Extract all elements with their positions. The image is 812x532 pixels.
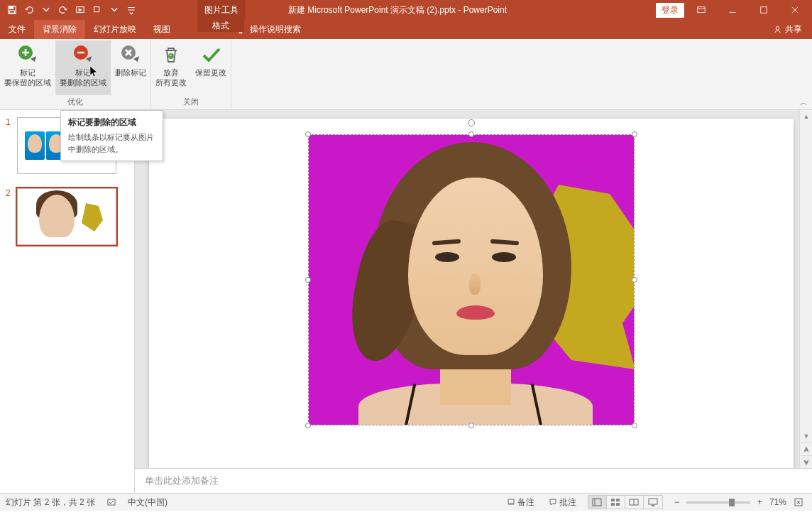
svg-rect-18	[616, 503, 620, 506]
ribbon-display-icon[interactable]	[687, 0, 715, 20]
view-buttons	[588, 495, 663, 509]
status-bar: 幻灯片 第 2 张，共 2 张 中文(中国) 备注 批注 − + 71%	[0, 493, 812, 511]
rotate-handle[interactable]	[468, 119, 475, 126]
resize-handle[interactable]	[632, 277, 637, 283]
minimize-icon[interactable]	[718, 0, 747, 20]
svg-rect-17	[611, 503, 615, 506]
start-from-beginning-icon[interactable]	[72, 2, 88, 18]
slide[interactable]	[149, 119, 794, 468]
trash-icon	[160, 43, 182, 66]
tab-file[interactable]: 文件	[0, 20, 34, 39]
save-icon[interactable]	[4, 2, 20, 18]
qat-dropdown-icon[interactable]	[106, 2, 122, 18]
tooltip-body: 绘制线条以标记要从图片中删除的区域。	[68, 131, 155, 155]
notes-toggle[interactable]: 备注	[504, 496, 537, 509]
sorter-view-icon[interactable]	[607, 496, 625, 509]
undo-dropdown-icon[interactable]	[38, 2, 54, 18]
slide-thumbnails: 1 2	[0, 110, 135, 493]
minus-circle-icon	[72, 43, 94, 66]
language-indicator[interactable]: 中文(中国)	[128, 496, 168, 509]
ribbon-tabs: 文件 背景消除 幻灯片放映 视图 格式 操作说明搜索 共享	[0, 20, 812, 39]
prev-slide-icon[interactable]: ⮝	[800, 443, 812, 455]
zoom-percent[interactable]: 71%	[769, 497, 786, 507]
vertical-scrollbar[interactable]: ▲ ▼ ⮝ ⮟	[799, 110, 812, 468]
zoom-out-icon[interactable]: −	[671, 497, 682, 507]
svg-rect-16	[616, 499, 620, 501]
portrait-image	[316, 135, 621, 425]
comments-toggle[interactable]: 批注	[546, 496, 579, 509]
normal-view-icon[interactable]	[588, 496, 607, 509]
tooltip-title: 标记要删除的区域	[68, 116, 155, 129]
resize-handle[interactable]	[468, 131, 474, 137]
svg-rect-20	[649, 499, 657, 504]
next-slide-icon[interactable]: ⮟	[800, 455, 812, 468]
window-controls: 登录	[656, 0, 812, 20]
delete-circle-icon	[119, 43, 142, 66]
zoom-control: − + 71%	[671, 497, 806, 507]
group-label-refine: 优化	[67, 95, 83, 109]
slide-canvas-area: ▲ ▼ ⮝ ⮟ 单击此处添加备注	[135, 110, 812, 493]
scroll-down-icon[interactable]: ▼	[800, 430, 812, 443]
quick-access-toolbar	[0, 2, 139, 18]
ribbon-group-close: 放弃 所有更改 保留更改 关闭	[151, 39, 231, 109]
svg-rect-1	[10, 6, 13, 9]
slide-counter[interactable]: 幻灯片 第 2 张，共 2 张	[6, 496, 95, 509]
zoom-slider[interactable]	[686, 501, 750, 504]
tab-slideshow[interactable]: 幻灯片放映	[85, 20, 145, 39]
undo-icon[interactable]	[21, 2, 37, 18]
login-button[interactable]: 登录	[656, 3, 684, 18]
resize-handle[interactable]	[305, 423, 311, 428]
ribbon-group-refine: 标记 要保留的区域 标记 要删除的区域 删除标记 优化	[0, 39, 151, 109]
resize-handle[interactable]	[632, 423, 637, 428]
resize-handle[interactable]	[305, 131, 311, 137]
notes-pane[interactable]: 单击此处添加备注	[135, 468, 812, 493]
resize-handle[interactable]	[468, 423, 474, 428]
close-icon[interactable]	[781, 0, 809, 20]
title-bar: 图片工具 新建 Microsoft PowerPoint 演示文稿 (2).pp…	[0, 0, 812, 20]
thumbnail-2[interactable]: 2	[6, 188, 128, 245]
resize-handle[interactable]	[305, 277, 311, 283]
svg-rect-13	[108, 499, 115, 505]
spell-check-icon[interactable]	[104, 497, 119, 507]
main-area: 1 2	[0, 110, 812, 493]
delete-marks-button[interactable]: 删除标记	[111, 40, 150, 95]
ribbon: 标记 要保留的区域 标记 要删除的区域 删除标记 优化 放弃 所有更改	[0, 39, 812, 110]
svg-rect-6	[761, 7, 767, 13]
discard-changes-button[interactable]: 放弃 所有更改	[151, 40, 191, 95]
svg-rect-5	[698, 7, 705, 13]
tooltip: 标记要删除的区域 绘制线条以标记要从图片中删除的区域。	[60, 110, 163, 161]
thumbnail-2-preview	[18, 189, 116, 244]
qat-customize-icon[interactable]	[124, 2, 139, 18]
svg-rect-15	[611, 499, 615, 501]
svg-point-8	[776, 26, 779, 30]
slideshow-view-icon[interactable]	[644, 496, 662, 509]
plus-circle-icon	[16, 43, 39, 66]
tab-format[interactable]: 格式	[197, 20, 244, 32]
group-label-close: 关闭	[183, 95, 199, 109]
maximize-icon[interactable]	[750, 0, 778, 20]
svg-rect-2	[10, 11, 15, 13]
share-icon	[773, 25, 782, 34]
redo-icon[interactable]	[55, 2, 71, 18]
fit-to-window-icon[interactable]	[791, 497, 806, 507]
share-button[interactable]: 共享	[763, 20, 812, 39]
contextual-tab-label: 图片工具	[197, 0, 246, 20]
tab-view[interactable]: 视图	[145, 20, 179, 39]
picture-selection[interactable]	[308, 134, 635, 425]
collapse-ribbon-icon[interactable]: ︿	[800, 97, 808, 108]
share-label: 共享	[785, 23, 802, 36]
zoom-in-icon[interactable]: +	[755, 497, 765, 507]
qat-more-icon[interactable]	[89, 2, 105, 18]
reading-view-icon[interactable]	[625, 496, 644, 509]
tell-me-label: 操作说明搜索	[250, 23, 301, 36]
keep-changes-button[interactable]: 保留更改	[191, 40, 231, 95]
tab-background-removal[interactable]: 背景消除	[34, 20, 85, 39]
resize-handle[interactable]	[632, 131, 637, 137]
svg-rect-4	[94, 7, 99, 12]
scroll-up-icon[interactable]: ▲	[800, 110, 812, 123]
mark-keep-button[interactable]: 标记 要保留的区域	[0, 40, 55, 95]
svg-rect-14	[593, 499, 601, 506]
tell-me[interactable]: 操作说明搜索	[236, 20, 301, 39]
mark-remove-button[interactable]: 标记 要删除的区域	[55, 40, 111, 95]
checkmark-icon	[199, 43, 222, 66]
